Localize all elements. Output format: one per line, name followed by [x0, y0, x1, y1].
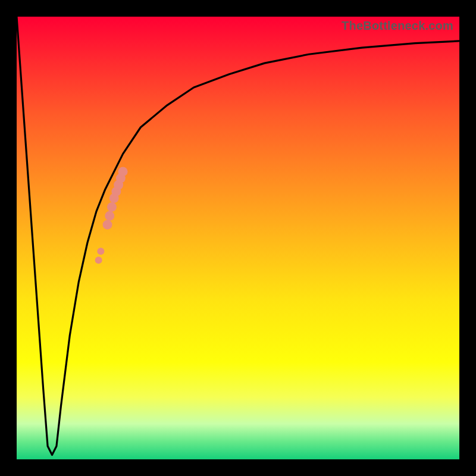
curve-layer [17, 17, 459, 459]
chart-frame: TheBottleneck.com [0, 0, 476, 476]
plot-area: TheBottleneck.com [17, 17, 459, 459]
data-marker [97, 248, 104, 255]
data-marker [107, 202, 117, 212]
marker-group [95, 167, 128, 264]
data-marker [95, 256, 102, 264]
data-marker [105, 211, 114, 221]
data-marker [118, 167, 128, 176]
bottleneck-curve [17, 17, 459, 455]
data-marker [103, 220, 112, 230]
